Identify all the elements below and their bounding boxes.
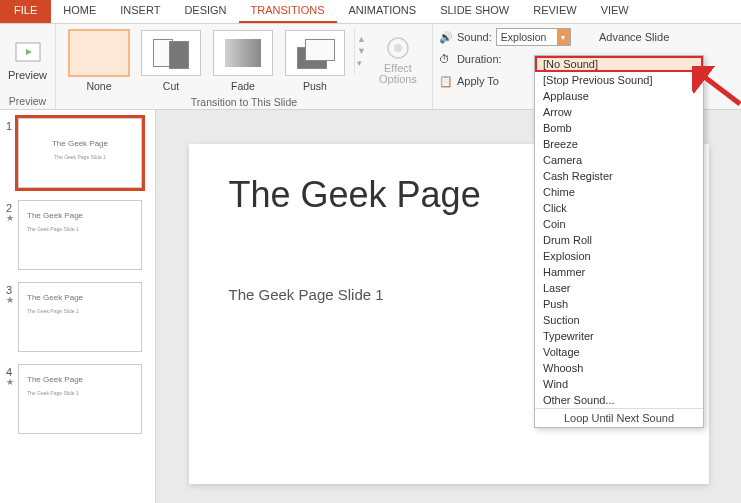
slide-number: 3★: [6, 282, 18, 352]
tab-design[interactable]: DESIGN: [172, 0, 238, 23]
gallery-scroll[interactable]: ▲▼▾: [354, 28, 368, 74]
sound-option[interactable]: [Stop Previous Sound]: [535, 72, 703, 88]
slide-thumb-4[interactable]: 4★ The Geek Page The Geek Page Slide 1: [6, 364, 155, 434]
sound-option[interactable]: Explosion: [535, 248, 703, 264]
thumb-subtitle: The Geek Page Slide 1: [27, 308, 133, 314]
slide-thumb-1[interactable]: 1 The Geek Page The Geek Page Slide 1: [6, 118, 155, 188]
thumb-title: The Geek Page: [27, 211, 133, 220]
thumb-subtitle: The Geek Page Slide 1: [27, 226, 133, 232]
effect-options-button[interactable]: Effect Options: [370, 28, 426, 92]
sound-option[interactable]: Applause: [535, 88, 703, 104]
duration-label: Duration:: [457, 53, 502, 65]
sound-option[interactable]: Wind: [535, 376, 703, 392]
sound-option[interactable]: Chime: [535, 184, 703, 200]
transition-none[interactable]: None: [64, 30, 134, 92]
transition-none-label: None: [86, 80, 111, 92]
sound-option[interactable]: Camera: [535, 152, 703, 168]
transition-group-label: Transition to This Slide: [62, 94, 426, 110]
thumb-subtitle: The Geek Page Slide 1: [27, 154, 133, 160]
transition-gallery[interactable]: None Cut Fade Push: [62, 28, 352, 94]
transition-cut[interactable]: Cut: [136, 30, 206, 92]
sound-option[interactable]: Click: [535, 200, 703, 216]
preview-group-label: Preview: [6, 93, 49, 109]
sound-option[interactable]: Laser: [535, 280, 703, 296]
tab-file[interactable]: FILE: [0, 0, 51, 23]
sound-option[interactable]: Typewriter: [535, 328, 703, 344]
clock-icon: ⏱: [439, 53, 453, 65]
slide-number: 2★: [6, 200, 18, 270]
sound-option[interactable]: Other Sound...: [535, 392, 703, 408]
thumb-title: The Geek Page: [27, 293, 133, 302]
effect-options-icon: [385, 35, 411, 61]
push-icon: [297, 39, 333, 67]
sound-option[interactable]: Breeze: [535, 136, 703, 152]
dropdown-arrow-icon: ▾: [557, 29, 570, 45]
sound-dropdown[interactable]: Explosion ▾: [496, 28, 571, 46]
transition-fade-label: Fade: [231, 80, 255, 92]
sound-option[interactable]: Hammer: [535, 264, 703, 280]
sound-option[interactable]: [No Sound]: [535, 56, 703, 72]
sound-option[interactable]: Coin: [535, 216, 703, 232]
annotation-arrow: [692, 66, 741, 106]
tab-animations[interactable]: ANIMATIONS: [337, 0, 429, 23]
tab-home[interactable]: HOME: [51, 0, 108, 23]
speaker-icon: 🔊: [439, 31, 453, 44]
thumb-subtitle: The Geek Page Slide 1: [27, 390, 133, 396]
sound-option[interactable]: Push: [535, 296, 703, 312]
cut-icon: [153, 39, 189, 67]
svg-point-3: [394, 44, 402, 52]
tab-transitions[interactable]: TRANSITIONS: [239, 0, 337, 23]
transition-push-label: Push: [303, 80, 327, 92]
sound-option[interactable]: Drum Roll: [535, 232, 703, 248]
fade-icon: [225, 39, 261, 67]
animation-star-icon: ★: [6, 378, 18, 387]
preview-icon: [14, 39, 42, 67]
sound-label: Sound:: [457, 31, 492, 43]
transition-push[interactable]: Push: [280, 30, 350, 92]
slide-number: 1: [6, 118, 18, 188]
animation-star-icon: ★: [6, 296, 18, 305]
apply-all-button[interactable]: Apply To: [457, 75, 499, 87]
preview-button[interactable]: Preview: [6, 28, 49, 92]
transition-fade[interactable]: Fade: [208, 30, 278, 92]
sound-option[interactable]: Bomb: [535, 120, 703, 136]
loop-until-next-sound[interactable]: Loop Until Next Sound: [535, 408, 703, 427]
thumb-title: The Geek Page: [27, 139, 133, 148]
ribbon-tabs: FILE HOME INSERT DESIGN TRANSITIONS ANIM…: [0, 0, 741, 24]
apply-all-icon: 📋: [439, 75, 453, 88]
slide-thumb-3[interactable]: 3★ The Geek Page The Geek Page Slide 1: [6, 282, 155, 352]
slide-thumbnails-panel: 1 The Geek Page The Geek Page Slide 1 2★…: [0, 110, 156, 503]
tab-slideshow[interactable]: SLIDE SHOW: [428, 0, 521, 23]
slide-number: 4★: [6, 364, 18, 434]
sound-value: Explosion: [501, 31, 547, 43]
sound-option[interactable]: Cash Register: [535, 168, 703, 184]
transition-cut-label: Cut: [163, 80, 179, 92]
tab-review[interactable]: REVIEW: [521, 0, 588, 23]
advance-slide-label: Advance Slide: [599, 28, 669, 46]
sound-dropdown-menu: [No Sound][Stop Previous Sound]ApplauseA…: [534, 55, 704, 428]
slide-thumb-2[interactable]: 2★ The Geek Page The Geek Page Slide 1: [6, 200, 155, 270]
sound-option[interactable]: Arrow: [535, 104, 703, 120]
sound-option[interactable]: Voltage: [535, 344, 703, 360]
animation-star-icon: ★: [6, 214, 18, 223]
thumb-title: The Geek Page: [27, 375, 133, 384]
tab-view[interactable]: VIEW: [589, 0, 641, 23]
sound-option[interactable]: Suction: [535, 312, 703, 328]
preview-label: Preview: [8, 69, 47, 81]
tab-insert[interactable]: INSERT: [108, 0, 172, 23]
effect-options-label: Effect Options: [379, 63, 417, 85]
sound-option[interactable]: Whoosh: [535, 360, 703, 376]
svg-line-5: [698, 72, 740, 104]
